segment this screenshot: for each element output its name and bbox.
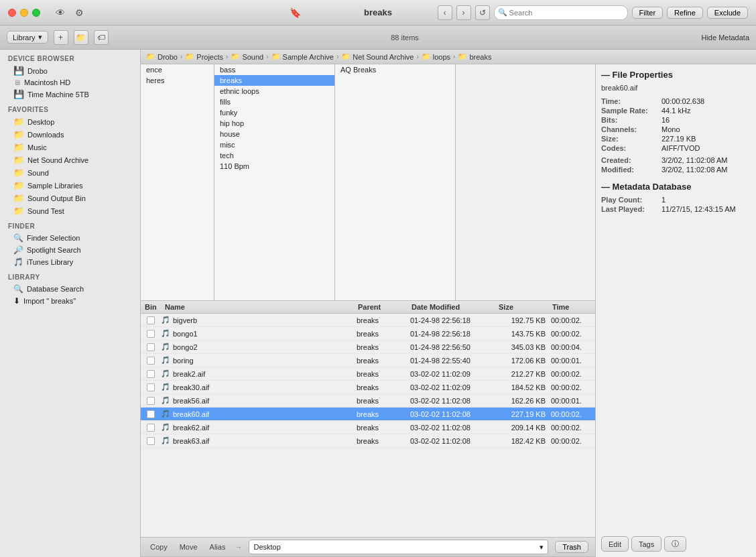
sidebar-item-spotlight[interactable]: 🔎 Spotlight Search: [3, 244, 137, 256]
refresh-button[interactable]: ↺: [475, 5, 490, 20]
col-item-misc[interactable]: misc: [214, 139, 334, 150]
file-size-2: 345.03 KB: [495, 343, 548, 351]
sidebar-item-sound-test[interactable]: 📁 Sound Test: [3, 204, 137, 217]
col-item-tech[interactable]: tech: [214, 150, 334, 161]
file-parent-3: breaks: [354, 357, 407, 365]
col-item-funky[interactable]: funky: [214, 107, 334, 118]
bc-net-sound[interactable]: 📁 Net Sound Archive: [341, 52, 414, 61]
library-dropdown[interactable]: Library ▾: [7, 31, 48, 44]
file-check-4[interactable]: [141, 370, 161, 378]
file-row-6[interactable]: 🎵 break56.aif breaks 03-02-02 11:02:08 1…: [141, 394, 595, 408]
sidebar-item-finder-selection[interactable]: 🔍 Finder Selection: [3, 232, 137, 244]
move-button[interactable]: Move: [177, 542, 200, 552]
search-input[interactable]: [494, 5, 628, 20]
hide-metadata-button[interactable]: Hide Metadata: [701, 34, 749, 42]
sidebar-item-sound[interactable]: 📁 Sound: [3, 166, 137, 179]
add-button[interactable]: +: [54, 30, 68, 45]
file-check-1[interactable]: [141, 330, 161, 338]
file-row-3[interactable]: 🎵 boring breaks 01-24-98 22:55:40 172.06…: [141, 354, 595, 367]
sliders-icon[interactable]: ⚙: [72, 6, 86, 19]
file-row-0[interactable]: 🎵 bigverb breaks 01-24-98 22:56:18 192.7…: [141, 314, 595, 327]
import-icon: ⬇: [13, 296, 20, 306]
col-item-bass[interactable]: bass: [214, 64, 334, 75]
filter-button[interactable]: Filter: [632, 7, 663, 19]
file-row-1[interactable]: 🎵 bongo1 breaks 01-24-98 22:56:18 143.75…: [141, 327, 595, 341]
bc-drobo[interactable]: 📁 Drobo: [146, 52, 178, 61]
file-row-5[interactable]: 🎵 break30.aif breaks 03-02-02 11:02:09 1…: [141, 381, 595, 394]
info-button[interactable]: ⓘ: [664, 536, 686, 552]
back-button[interactable]: ‹: [438, 5, 452, 20]
file-check-2[interactable]: [141, 343, 161, 351]
file-row-7[interactable]: 🎵 break60.aif breaks 03-02-02 11:02:08 2…: [141, 408, 595, 421]
itunes-icon: 🎵: [13, 257, 23, 267]
file-time-0: 00:00:02.: [548, 316, 595, 324]
file-check-9[interactable]: [141, 437, 161, 445]
file-check-5[interactable]: [141, 383, 161, 391]
bc-sound[interactable]: 📁 Sound: [231, 52, 263, 61]
sidebar-item-sound-output[interactable]: 📁 Sound Output Bin: [3, 192, 137, 204]
file-check-8[interactable]: [141, 424, 161, 432]
col-item-heres[interactable]: heres: [141, 75, 214, 86]
file-check-6[interactable]: [141, 397, 161, 405]
file-time-8: 00:00:02.: [548, 424, 595, 432]
file-row-9[interactable]: 🎵 break63.aif breaks 03-02-02 11:02:08 1…: [141, 434, 595, 448]
file-icon-0: 🎵: [161, 316, 173, 324]
trash-button[interactable]: Trash: [555, 541, 588, 553]
sidebar-item-downloads[interactable]: 📁 Downloads: [3, 128, 137, 141]
maximize-button[interactable]: [32, 9, 40, 17]
sidebar-item-drobo[interactable]: 💾 Drobo: [3, 64, 137, 77]
copy-button[interactable]: Copy: [147, 542, 170, 552]
minimize-button[interactable]: [20, 9, 28, 17]
col-item-110bpm[interactable]: 110 Bpm: [214, 161, 334, 172]
tags-button[interactable]: Tags: [631, 536, 662, 552]
sidebar-item-sample-libraries[interactable]: 📁 Sample Libraries: [3, 179, 137, 192]
col-item-aq-breaks[interactable]: AQ Breaks: [335, 64, 455, 75]
col-item-fills[interactable]: fills: [214, 97, 334, 107]
col-item-ence[interactable]: ence: [141, 64, 214, 75]
sidebar-item-database-search[interactable]: 🔍 Database Search: [3, 283, 137, 295]
folder-button[interactable]: 📁: [74, 30, 88, 45]
file-check-3[interactable]: [141, 357, 161, 365]
file-row-2[interactable]: 🎵 bongo2 breaks 01-24-98 22:56:50 345.03…: [141, 341, 595, 354]
alias-button[interactable]: Alias: [207, 542, 229, 552]
sidebar-item-desktop[interactable]: 📁 Desktop: [3, 115, 137, 128]
bc-breaks[interactable]: 📁 breaks: [458, 52, 491, 61]
col-item-house[interactable]: house: [214, 129, 334, 139]
file-name-7: break60.aif: [173, 410, 354, 418]
sidebar-item-macintosh-hd[interactable]: 🖥 Macintosh HD: [3, 77, 137, 88]
file-size-8: 209.14 KB: [495, 424, 548, 432]
bottom-toolbar: Copy Move Alias → Desktop ▾ Trash: [141, 537, 595, 557]
file-name-6: break56.aif: [173, 397, 354, 405]
close-button[interactable]: [8, 9, 16, 17]
file-size-3: 172.06 KB: [495, 357, 548, 365]
spotlight-icon: 🔎: [13, 245, 23, 255]
tag-button[interactable]: 🏷: [94, 30, 109, 45]
sidebar-item-import[interactable]: ⬇ Import " breaks": [3, 295, 137, 307]
file-check-0[interactable]: [141, 316, 161, 324]
col-item-hip-hop[interactable]: hip hop: [214, 118, 334, 129]
app-body: DEVICE BROWSER 💾 Drobo 🖥 Macintosh HD 💾 …: [0, 50, 756, 557]
exclude-button[interactable]: Exclude: [707, 7, 748, 19]
sidebar-item-music[interactable]: 📁 Music: [3, 141, 137, 153]
sidebar-item-itunes[interactable]: 🎵 iTunes Library: [3, 256, 137, 268]
meta-samplerate-row: Sample Rate: 44.1 kHz: [601, 107, 751, 115]
bc-sample-archive[interactable]: 📁 Sample Archive: [271, 52, 334, 61]
file-check-7[interactable]: [141, 410, 161, 418]
bc-loops[interactable]: 📁 loops: [422, 52, 450, 61]
col-item-breaks[interactable]: breaks: [214, 75, 334, 86]
file-row-4[interactable]: 🎵 break2.aif breaks 03-02-02 11:02:09 21…: [141, 367, 595, 381]
sidebar-item-time-machine[interactable]: 💾 Time Machine 5TB: [3, 88, 137, 101]
file-row-8[interactable]: 🎵 break62.aif breaks 03-02-02 11:02:08 2…: [141, 421, 595, 434]
refine-button[interactable]: Refine: [667, 7, 703, 19]
bookmark-icon[interactable]: 🔖: [288, 6, 302, 19]
finder-header: FINDER: [0, 217, 140, 232]
sidebar-item-net-sound[interactable]: 📁 Net Sound Archive: [3, 153, 137, 166]
col-item-ethnic-loops[interactable]: ethnic loops: [214, 86, 334, 97]
forward-button[interactable]: ›: [456, 5, 471, 20]
window-title: breaks: [364, 7, 392, 17]
eye-icon[interactable]: 👁: [54, 6, 67, 19]
edit-button[interactable]: Edit: [601, 536, 629, 552]
file-parent-7: breaks: [354, 410, 407, 418]
destination-dropdown[interactable]: Desktop ▾: [249, 540, 548, 554]
bc-projects[interactable]: 📁 Projects: [185, 52, 223, 61]
